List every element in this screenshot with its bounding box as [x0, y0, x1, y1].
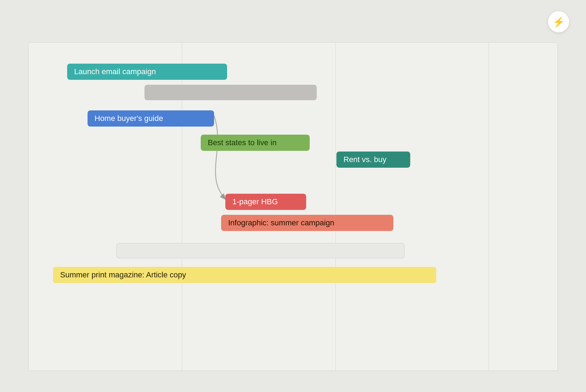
- home-buyers-guide[interactable]: Home buyer's guide: [88, 110, 214, 127]
- grid-line-3: [489, 43, 489, 371]
- best-states-to-live-in-label: Best states to live in: [208, 138, 277, 147]
- quick-actions-button[interactable]: ⚡: [548, 11, 569, 32]
- launch-email-campaign-label: Launch email campaign: [74, 67, 156, 76]
- best-states-to-live-in[interactable]: Best states to live in: [201, 135, 310, 151]
- grid-line-2: [335, 43, 336, 371]
- lightning-icon: ⚡: [553, 16, 565, 28]
- infographic-summer-campaign-label: Infographic: summer campaign: [228, 218, 334, 227]
- 1-pager-hbg-label: 1-pager HBG: [232, 197, 278, 206]
- unnamed-gray-bar[interactable]: [144, 85, 317, 100]
- home-buyers-guide-label: Home buyer's guide: [95, 114, 163, 123]
- unnamed-white-bar[interactable]: [116, 243, 405, 258]
- launch-email-campaign[interactable]: Launch email campaign: [67, 64, 227, 80]
- rent-vs-buy-label: Rent vs. buy: [343, 155, 386, 164]
- summer-print-magazine-label: Summer print magazine: Article copy: [60, 270, 186, 279]
- rent-vs-buy[interactable]: Rent vs. buy: [336, 152, 410, 168]
- 1-pager-hbg[interactable]: 1-pager HBG: [225, 194, 306, 210]
- canvas-area: Launch email campaignHome buyer's guideB…: [28, 42, 558, 371]
- summer-print-magazine[interactable]: Summer print magazine: Article copy: [53, 267, 436, 283]
- infographic-summer-campaign[interactable]: Infographic: summer campaign: [221, 215, 393, 231]
